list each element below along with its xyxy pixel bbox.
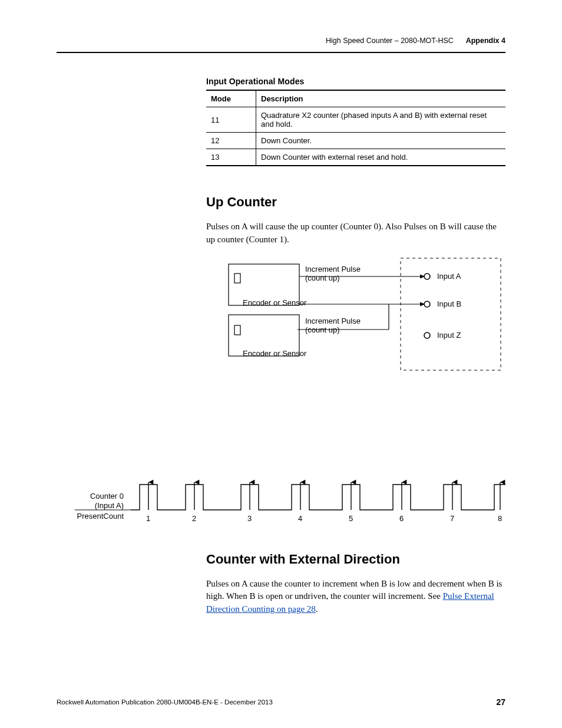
lbl-input-a: Input A <box>437 272 461 281</box>
table-row: 12 Down Counter. <box>206 133 505 149</box>
lbl-increment-pulse-b: Increment Pulse <box>305 317 361 325</box>
cell-desc: Quadrature X2 counter (phased inputs A a… <box>256 107 506 133</box>
lbl-encoder-a: Encoder or Sensor <box>243 298 306 307</box>
cell-mode: 12 <box>206 133 256 149</box>
tick-6: 6 <box>399 514 404 523</box>
running-head-title: High Speed Counter – 2080-MOT-HSC <box>326 37 454 45</box>
table-row: 11 Quadrature X2 counter (phased inputs … <box>206 107 505 133</box>
th-mode: Mode <box>206 90 256 107</box>
svg-rect-7 <box>234 274 240 283</box>
lbl-encoder-b: Encoder or Sensor <box>243 349 306 358</box>
svg-point-2 <box>424 274 430 279</box>
lbl-inputA-row: (Input A) <box>95 501 124 510</box>
para-ext-direction: Pulses on A cause the counter to increme… <box>206 578 505 616</box>
para-up-counter: Pulses on A will cause the up counter (C… <box>206 220 505 246</box>
running-head: High Speed Counter – 2080-MOT-HSC Append… <box>0 37 505 45</box>
heading-ext-direction: Counter with External Direction <box>206 552 505 567</box>
th-desc: Description <box>256 90 506 107</box>
figure-timing: Counter 0 (Input A) PresentCount 1 2 3 4… <box>75 477 505 528</box>
table-title: Input Operational Modes <box>206 77 505 86</box>
table-header-row: Mode Description <box>206 90 505 107</box>
heading-up-counter: Up Counter <box>206 195 505 210</box>
tick-3: 3 <box>247 514 252 523</box>
cell-mode: 11 <box>206 107 256 133</box>
para-ext-after: . <box>316 604 318 614</box>
cell-mode: 13 <box>206 149 256 166</box>
lbl-increment-pulse-a: Increment Pulse <box>305 265 361 274</box>
running-head-section: Appendix 4 <box>466 37 505 45</box>
cell-desc: Down Counter with external reset and hol… <box>256 149 506 166</box>
svg-point-5 <box>424 332 430 338</box>
modes-table: Mode Description 11 Quadrature X2 counte… <box>206 90 505 166</box>
svg-rect-10 <box>234 325 240 335</box>
lbl-countup-a: (count up) <box>305 274 340 282</box>
tick-7: 7 <box>450 514 454 523</box>
tick-1: 1 <box>146 514 150 523</box>
timing-svg <box>75 477 505 528</box>
figure-encoder-inputs: Increment Pulse (count up) Encoder or Se… <box>206 256 505 473</box>
tick-8: 8 <box>498 514 502 523</box>
table-row: 13 Down Counter with external reset and … <box>206 149 505 166</box>
cell-desc: Down Counter. <box>256 133 506 149</box>
lbl-input-z: Input Z <box>437 331 461 340</box>
header-rule <box>57 52 505 53</box>
page-number: 27 <box>496 697 505 707</box>
tick-4: 4 <box>298 514 302 523</box>
tick-5: 5 <box>349 514 353 523</box>
footer-publication: Rockwell Automation Publication 2080-UM0… <box>57 699 273 706</box>
lbl-presentcount: PresentCount <box>77 512 124 521</box>
lbl-input-b: Input B <box>437 299 461 308</box>
svg-point-4 <box>424 301 430 307</box>
tick-2: 2 <box>192 514 196 523</box>
lbl-counter0: Counter 0 <box>90 492 124 500</box>
lbl-countup-b: (count up) <box>305 325 340 334</box>
